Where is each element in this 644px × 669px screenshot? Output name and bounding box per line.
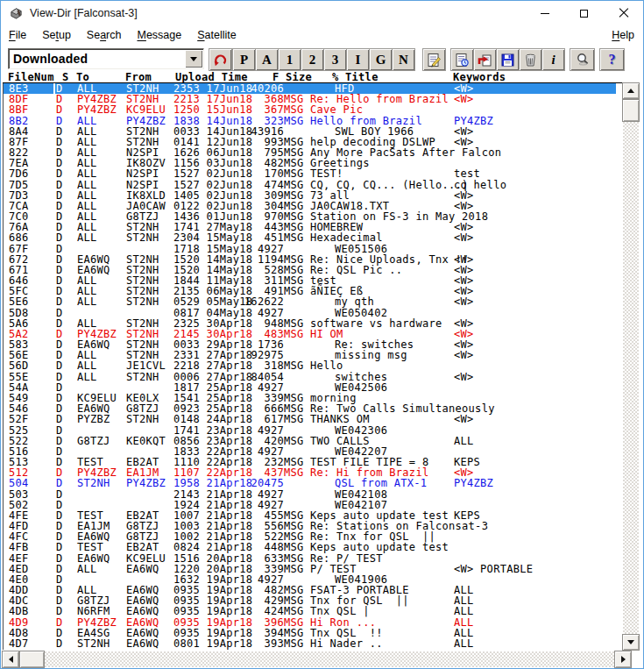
cell-sz: 367 xyxy=(212,104,284,115)
save-button[interactable] xyxy=(497,49,519,70)
cell-kw: ALL xyxy=(454,606,474,616)
cell-kw: test xyxy=(454,168,480,179)
file-row[interactable]: 4FBDTESTEB2AT0824 21Apr18448MSGKeps auto… xyxy=(4,542,616,552)
cell-fr: EA6WQ xyxy=(126,564,159,574)
directory-filter-combobox[interactable]: Downloaded xyxy=(8,48,204,69)
close-button[interactable] xyxy=(604,1,643,25)
cell-ti: missing msg xyxy=(335,350,407,360)
file-row[interactable]: 7D5DALLN2SPI1527 02Jun18474MSGCQ, CQ, CQ… xyxy=(4,180,616,190)
view-message-button[interactable] xyxy=(451,49,473,70)
cell-kw: <W> PORTABLE xyxy=(454,564,533,574)
arrow-down-icon xyxy=(627,640,634,644)
vertical-scroll-thumb[interactable] xyxy=(623,100,639,121)
vertical-scrollbar[interactable] xyxy=(623,83,639,650)
file-row[interactable]: 522DG8TZJKE0KQT0856 23Apr18420MSGTWO CAL… xyxy=(4,436,616,446)
cell-un: MSG xyxy=(284,104,304,115)
search-button[interactable] xyxy=(570,49,594,70)
refresh-button[interactable] xyxy=(209,49,231,70)
cell-s: D xyxy=(56,104,63,115)
file-row[interactable]: 525D1741 23Apr184927WE042306 xyxy=(4,425,616,436)
help-button[interactable]: ? xyxy=(600,49,624,70)
cell-to: PYZBZ xyxy=(77,414,110,424)
file-row[interactable]: 8BFDPY4ZBZKC9ELU1250 15Jun18367MSGCave P… xyxy=(4,104,616,115)
cell-s: D xyxy=(56,542,63,552)
menu-bar: FileSetupSearchMessageSatellite Help xyxy=(1,25,643,45)
filter-button-i[interactable]: I xyxy=(347,49,369,70)
scroll-up-button[interactable] xyxy=(623,83,639,98)
import-message-button[interactable] xyxy=(474,49,496,70)
filter-button-n[interactable]: N xyxy=(393,49,414,70)
cell-fr: EA6WQ xyxy=(126,638,159,649)
cell-s: D xyxy=(56,360,63,371)
cell-fr: EA6WQ xyxy=(126,606,159,616)
minimize-button[interactable] xyxy=(525,1,564,25)
maximize-button[interactable] xyxy=(564,1,604,25)
import-message-icon xyxy=(478,53,492,68)
cell-fr: ST2NH xyxy=(126,296,159,307)
edit-message-button[interactable] xyxy=(423,49,445,70)
menu-item-file[interactable]: File xyxy=(1,25,34,45)
menu-item-satellite[interactable]: Satellite xyxy=(189,25,244,45)
edit-message-icon xyxy=(427,53,442,68)
file-row[interactable]: 5E6DALLST2NH0529 05May18162622my qth<W> xyxy=(4,296,616,307)
cell-fr: N2SPI xyxy=(126,168,159,179)
scroll-left-button[interactable] xyxy=(3,651,18,667)
letter-glyph: N xyxy=(399,53,408,67)
file-row[interactable]: 4D7DST2NHEA6WQ0801 19Apr18393MSGHi Nader… xyxy=(4,638,616,649)
filter-button-a[interactable]: A xyxy=(256,49,278,70)
file-row[interactable]: 8B2DALLPY4ZBZ1838 14Jun18323MSGHello fro… xyxy=(4,116,616,126)
file-row[interactable]: 55EDALLST2NH0006 27Apr1884054switches<W> xyxy=(4,372,616,382)
info-button[interactable]: i xyxy=(542,49,564,70)
app-window: View-Dir [Falconsat-3] FileSetupSearchMe… xyxy=(0,0,644,669)
refresh-icon xyxy=(213,53,228,68)
file-row[interactable]: 4DBDN6RFMEA6WQ0935 19Apr18424MSGTnx QSL … xyxy=(4,606,616,616)
file-row[interactable]: 56DDALLJE1CVL2218 27Apr18318MSGHello xyxy=(4,360,616,371)
menu-item-message[interactable]: Message xyxy=(129,25,189,45)
file-row[interactable]: 4D9DPY4ZBZEA6WQ0935 19Apr18396MSGHi Ron … xyxy=(4,617,616,628)
combobox-dropdown-button[interactable] xyxy=(185,50,202,68)
file-row[interactable]: 7D6DALLN2SPI1527 02Jun18170MSGTEST!test xyxy=(4,168,616,179)
scroll-down-button[interactable] xyxy=(623,635,639,650)
file-row[interactable]: 4EFDEA6WQKC9ELU1516 20Apr18633MSGRe: P/ … xyxy=(4,553,616,564)
filter-button-1[interactable]: 1 xyxy=(279,49,301,70)
file-row[interactable]: 4EDDALLEA6WQ1220 20Apr18339MSGP/ TEST<W>… xyxy=(4,564,616,574)
cell-ti: QSL from ATX-1 xyxy=(335,478,427,488)
file-row[interactable]: 5D8D0817 04May184927WE050402 xyxy=(4,308,616,318)
cell-ti: Hi Nader .. xyxy=(310,638,383,649)
cell-kw: ALL xyxy=(454,638,474,649)
column-header-from: From xyxy=(125,71,152,83)
letter-glyph: A xyxy=(262,53,272,67)
cell-s: D xyxy=(56,296,63,307)
scroll-right-button[interactable] xyxy=(615,651,631,667)
cell-s: D xyxy=(56,478,63,488)
cell-fn: 4FB xyxy=(9,542,29,552)
horizontal-scrollbar[interactable] xyxy=(3,651,631,667)
file-row[interactable]: 67FD1718 15May184927WE051506 xyxy=(4,244,616,254)
filter-button-3[interactable]: 3 xyxy=(324,49,346,70)
delete-button[interactable] xyxy=(520,49,541,70)
save-icon xyxy=(500,53,515,68)
filter-button-p[interactable]: P xyxy=(233,49,255,70)
filter-button-2[interactable]: 2 xyxy=(301,49,323,70)
cell-kw: PY4ZBZ xyxy=(454,478,493,488)
cell-to: ALL xyxy=(77,372,97,382)
cell-to: ALL xyxy=(77,564,97,574)
file-row[interactable]: 503D2143 21Apr184927WE042108 xyxy=(4,489,616,500)
filter-button-g[interactable]: G xyxy=(370,49,392,70)
menu-item-setup[interactable]: Setup xyxy=(34,25,79,45)
letter-glyph: 1 xyxy=(287,53,294,67)
file-row[interactable]: 686DALLST2NH2304 15May18451MSGHexadecima… xyxy=(4,232,616,243)
letter-glyph: P xyxy=(240,53,248,67)
cell-fn: 4D7 xyxy=(9,638,29,649)
info-icon: i xyxy=(551,53,555,68)
cell-un: MSG xyxy=(284,606,304,616)
cell-kw: <W> xyxy=(454,372,474,382)
cell-un: MSG xyxy=(284,542,304,552)
cell-kw: <W> xyxy=(454,414,474,424)
file-row[interactable]: 52FDPYZBZST2NH0148 24Apr18617MSGTHANKS O… xyxy=(4,414,616,424)
menu-item-search[interactable]: Search xyxy=(79,25,130,45)
cell-to: N6RFM xyxy=(77,606,110,616)
cell-to: ALL xyxy=(77,296,97,307)
horizontal-scroll-thumb[interactable] xyxy=(20,651,44,667)
file-row[interactable]: 504DST2NHPY4ZBZ1958 21Apr1820475QSL from… xyxy=(4,478,616,488)
